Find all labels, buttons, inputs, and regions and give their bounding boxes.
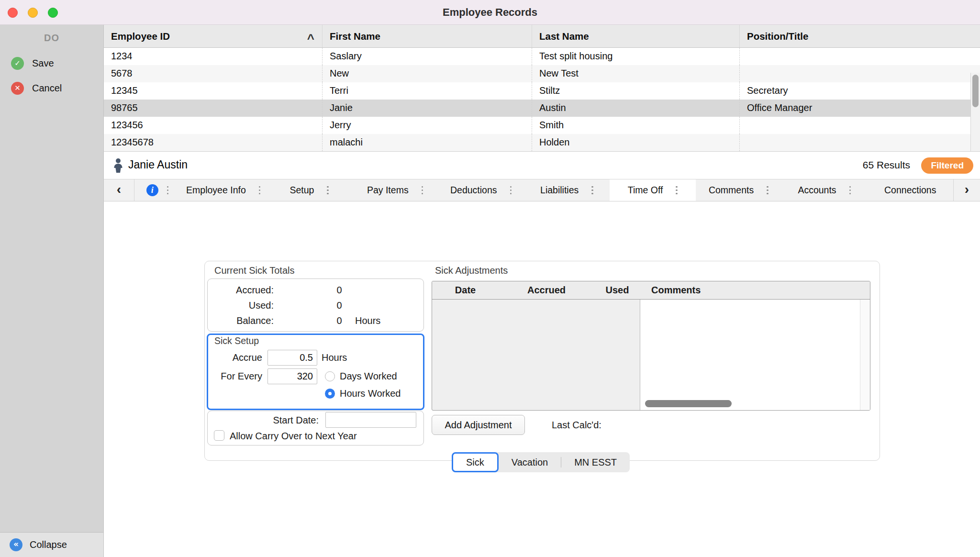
- current-sick-totals-group: Accrued: 0 Used: 0 Balance: 0 Hours: [207, 278, 424, 332]
- collapse-button[interactable]: Collapse: [0, 532, 103, 557]
- tab-menu-icon[interactable]: [676, 186, 678, 195]
- x-icon: [11, 82, 24, 95]
- cell-last-name: Stiltz: [532, 82, 740, 100]
- tab-label: Connections: [884, 185, 936, 196]
- comments-vertical-scrollbar[interactable]: [860, 300, 870, 410]
- tab-setup[interactable]: Setup: [266, 179, 352, 201]
- subtab-mn-esst[interactable]: MN ESST: [561, 452, 630, 472]
- record-bar: Janie Austin 65 Results Filtered: [104, 151, 980, 179]
- tab-menu-icon[interactable]: [167, 186, 169, 195]
- adjustments-comments-area[interactable]: [640, 300, 870, 410]
- cell-first-name: New: [323, 65, 532, 82]
- cell-position: [740, 65, 980, 82]
- sidebar-header: DO: [0, 33, 103, 44]
- person-icon: [112, 158, 124, 175]
- window-title: Employee Records: [0, 0, 980, 25]
- tab-menu-icon[interactable]: [767, 186, 768, 195]
- cell-first-name: Jerry: [323, 117, 532, 134]
- tab-liabilities[interactable]: Liabilities: [524, 179, 610, 201]
- carry-over-label: Allow Carry Over to Next Year: [230, 431, 357, 442]
- table-row[interactable]: 5678 New New Test: [104, 65, 980, 82]
- table-row[interactable]: 12345 Terri Stiltz Secretary: [104, 82, 980, 100]
- results-count: 65 Results: [863, 159, 910, 171]
- tab-label: Employee Info: [186, 185, 246, 196]
- double-chevron-left-icon: [10, 538, 22, 551]
- comments-horizontal-scrollbar-thumb[interactable]: [645, 400, 732, 407]
- table-scrollbar-thumb[interactable]: [972, 75, 979, 107]
- start-date-input[interactable]: [325, 412, 416, 428]
- employee-table: Employee ID First Name Last Name Positio…: [104, 25, 980, 151]
- totals-row: Used: 0: [208, 298, 423, 313]
- days-worked-radio[interactable]: [325, 371, 335, 381]
- table-row[interactable]: 123456 Jerry Smith: [104, 117, 980, 134]
- tab-label: Time Off: [628, 185, 663, 196]
- column-header-employee-id[interactable]: Employee ID: [104, 25, 323, 47]
- filtered-badge[interactable]: Filtered: [921, 157, 973, 174]
- start-date-label: Start Date:: [208, 415, 319, 426]
- balance-unit: Hours: [355, 315, 380, 326]
- column-header-last-name[interactable]: Last Name: [532, 25, 740, 47]
- adj-column-accrued: Accrued: [499, 285, 594, 296]
- adjustments-header: Date Accrued Used Comments: [432, 281, 870, 300]
- tab-accounts[interactable]: Accounts: [781, 179, 867, 201]
- tabs-scroll-right-button[interactable]: [953, 179, 980, 201]
- cell-first-name: Saslary: [323, 48, 532, 65]
- employee-table-header: Employee ID First Name Last Name Positio…: [104, 25, 980, 48]
- accrue-hours-input[interactable]: [267, 350, 317, 366]
- check-icon: [11, 57, 24, 70]
- column-header-position-title[interactable]: Position/Title: [740, 25, 980, 47]
- tab-menu-icon[interactable]: [510, 186, 512, 195]
- tab-menu-icon[interactable]: [849, 186, 851, 195]
- tab-info[interactable]: [134, 179, 180, 201]
- subtab-vacation[interactable]: Vacation: [499, 452, 561, 472]
- cell-first-name: Terri: [323, 82, 532, 100]
- tab-label: Liabilities: [540, 185, 579, 196]
- employee-records-window: Employee Records DO Save Cancel Collapse…: [0, 0, 980, 557]
- tabs-scroll-left-button[interactable]: [104, 179, 134, 201]
- sick-adjustments-title: Sick Adjustments: [435, 265, 508, 276]
- tab-deductions[interactable]: Deductions: [438, 179, 523, 201]
- save-button[interactable]: Save: [0, 54, 103, 73]
- cancel-button[interactable]: Cancel: [0, 78, 103, 98]
- tab-menu-icon[interactable]: [591, 186, 593, 195]
- subtab-sick[interactable]: Sick: [452, 452, 499, 472]
- tab-menu-icon[interactable]: [259, 186, 261, 195]
- table-row[interactable]: 1234 Saslary Test split housing: [104, 48, 980, 65]
- hours-worked-radio[interactable]: [325, 389, 335, 399]
- cell-position: [740, 134, 980, 151]
- sort-ascending-icon: [307, 32, 314, 46]
- days-worked-label: Days Worked: [340, 371, 397, 382]
- cell-last-name: Austin: [532, 100, 740, 117]
- cancel-label: Cancel: [32, 83, 62, 94]
- used-value: 0: [324, 300, 354, 311]
- last-calc-label: Last Calc'd:: [552, 420, 601, 431]
- column-label: Last Name: [539, 31, 589, 42]
- column-header-first-name[interactable]: First Name: [323, 25, 532, 47]
- table-row[interactable]: 12345678 malachi Holden: [104, 134, 980, 151]
- sick-adjustments-table: Date Accrued Used Comments: [432, 281, 870, 411]
- info-icon: [146, 184, 158, 196]
- for-every-input[interactable]: [267, 368, 317, 384]
- cell-last-name: New Test: [532, 65, 740, 82]
- accrued-label: Accrued:: [208, 285, 274, 296]
- tab-menu-icon[interactable]: [422, 186, 423, 195]
- save-label: Save: [32, 58, 54, 69]
- current-sick-totals-title: Current Sick Totals: [214, 265, 294, 276]
- sick-setup-title: Sick Setup: [214, 335, 259, 346]
- tab-comments[interactable]: Comments: [696, 179, 781, 201]
- tab-connections[interactable]: Connections: [868, 179, 953, 201]
- tab-menu-icon[interactable]: [327, 186, 329, 195]
- adjustments-body: [432, 300, 870, 410]
- tab-pay-items[interactable]: Pay Items: [352, 179, 438, 201]
- add-adjustment-button[interactable]: Add Adjustment: [432, 415, 525, 435]
- tab-time-off[interactable]: Time Off: [610, 179, 695, 201]
- collapse-label: Collapse: [30, 539, 67, 550]
- tab-label: Setup: [290, 185, 314, 196]
- cell-last-name: Test split housing: [532, 48, 740, 65]
- cell-employee-id: 5678: [104, 65, 323, 82]
- tab-label: Accounts: [798, 185, 836, 196]
- tab-employee-info[interactable]: Employee Info: [180, 179, 266, 201]
- table-row-selected[interactable]: 98765 Janie Austin Office Manager: [104, 100, 980, 117]
- carry-over-checkbox[interactable]: [214, 430, 224, 441]
- cell-employee-id: 12345678: [104, 134, 323, 151]
